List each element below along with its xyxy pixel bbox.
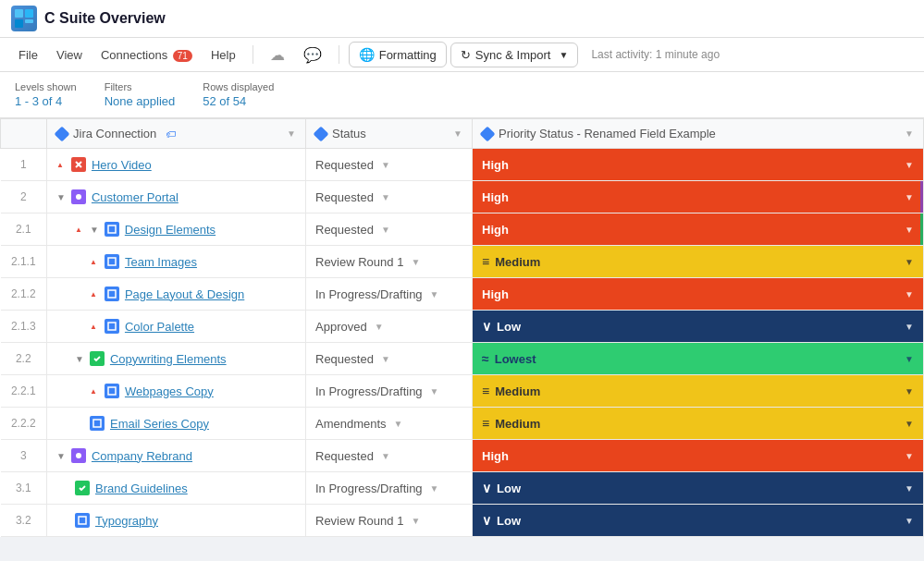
menu-view[interactable]: View <box>49 44 90 66</box>
status-caret-icon[interactable]: ▼ <box>394 419 403 429</box>
status-caret-icon[interactable]: ▼ <box>381 451 390 461</box>
row-name-cell: ▲Color Palette <box>47 311 306 343</box>
row-priority-cell: ∨Low▼ <box>473 505 924 537</box>
priority-caret-icon[interactable]: ▼ <box>905 483 914 494</box>
priority-value[interactable]: ≈Lowest▼ <box>473 343 923 374</box>
item-name-link[interactable]: Page Layout & Design <box>125 287 244 301</box>
row-num-cell: 1 <box>1 149 47 181</box>
row-priority-cell: ≡Medium▼ <box>473 375 924 408</box>
expand-arrow-icon[interactable]: ▼ <box>56 192 66 202</box>
priority-value[interactable]: ∨Low▼ <box>473 311 923 342</box>
item-name-link[interactable]: Copywriting Elements <box>110 352 227 366</box>
row-num-cell: 2.1.3 <box>1 311 47 343</box>
item-name-link[interactable]: Company Rebrand <box>92 449 192 463</box>
jira-tag-icon: 🏷 <box>166 128 176 140</box>
status-caret-icon[interactable]: ▼ <box>430 483 439 494</box>
info-bar: Levels shown 1 - 3 of 4 Filters None app… <box>0 72 924 118</box>
priority-caret-icon[interactable]: ▼ <box>905 257 914 267</box>
cloud-icon[interactable]: ☁ <box>263 43 292 67</box>
purple-bar-indicator <box>920 181 923 213</box>
priority-caret-icon[interactable]: ▼ <box>905 516 914 526</box>
item-type-icon <box>90 416 105 431</box>
status-caret-icon[interactable]: ▼ <box>381 192 390 202</box>
last-activity: Last activity: 1 minute ago <box>591 48 720 61</box>
status-caret-icon[interactable]: ▼ <box>381 354 390 364</box>
priority-value[interactable]: ≡Medium▼ <box>473 246 923 277</box>
priority-value[interactable]: High▼ <box>473 181 923 213</box>
priority-caret-icon[interactable]: ▼ <box>905 354 914 364</box>
status-caret-icon[interactable]: ▼ <box>375 322 384 332</box>
priority-caret-icon[interactable]: ▼ <box>905 419 914 429</box>
item-name-link[interactable]: Design Elements <box>125 223 216 237</box>
status-caret-icon[interactable]: ▼ <box>430 386 439 396</box>
priority-caret-icon[interactable]: ▼ <box>905 192 914 202</box>
expand-arrow-icon[interactable]: ▼ <box>75 354 84 364</box>
formatting-button[interactable]: 🌐 Formatting <box>349 42 447 67</box>
jira-col-icon <box>55 126 70 141</box>
status-caret-icon[interactable]: ▼ <box>411 257 420 267</box>
priority-caret-icon[interactable]: ▼ <box>905 289 914 299</box>
item-name-link[interactable]: Customer Portal <box>92 190 179 204</box>
connections-badge: 71 <box>173 50 192 62</box>
levels-value[interactable]: 1 - 3 of 4 <box>15 94 62 108</box>
status-text: In Progress/Drafting <box>315 482 423 495</box>
priority-value[interactable]: ∨Low▼ <box>473 472 923 504</box>
chat-icon[interactable]: 💬 <box>296 43 329 67</box>
row-priority-cell: ≡Medium▼ <box>473 408 924 440</box>
item-name-link[interactable]: Brand Guidelines <box>95 482 188 495</box>
expand-arrow-icon[interactable]: ▼ <box>90 225 99 235</box>
row-num-cell: 2.2.1 <box>1 375 47 408</box>
menu-separator-1 <box>253 45 253 64</box>
item-name-link[interactable]: Hero Video <box>92 158 152 172</box>
priority-col-filter-icon[interactable]: ▼ <box>905 128 914 139</box>
row-num-cell: 2 <box>1 181 47 213</box>
item-name-link[interactable]: Color Palette <box>125 320 194 334</box>
title-bar: C Suite Overview <box>0 0 924 38</box>
priority-value[interactable]: High▼ <box>473 278 923 310</box>
svg-rect-1 <box>25 9 33 18</box>
status-caret-icon[interactable]: ▼ <box>411 516 420 526</box>
status-text: In Progress/Drafting <box>315 384 423 398</box>
priority-text: Lowest <box>495 352 536 366</box>
item-name-link[interactable]: Email Series Copy <box>110 417 209 431</box>
status-text: Requested <box>315 223 374 237</box>
item-type-icon <box>90 351 105 366</box>
status-text: Requested <box>315 158 374 172</box>
red-flag-icon: ▲ <box>90 258 97 266</box>
status-col-filter-icon[interactable]: ▼ <box>453 128 462 139</box>
status-caret-icon[interactable]: ▼ <box>381 225 390 235</box>
status-caret-icon[interactable]: ▼ <box>430 289 439 299</box>
table-body: 1▲Hero VideoRequested▼High▼2▼Customer Po… <box>1 149 924 537</box>
item-name-link[interactable]: Typography <box>95 514 158 528</box>
menu-connections[interactable]: Connections 71 <box>93 44 200 66</box>
status-text: Requested <box>315 190 374 204</box>
table-row: 1▲Hero VideoRequested▼High▼ <box>1 149 924 181</box>
priority-caret-icon[interactable]: ▼ <box>905 225 914 235</box>
priority-text: High <box>482 449 509 463</box>
filters-value[interactable]: None applied <box>105 94 176 108</box>
jira-col-filter-icon[interactable]: ▼ <box>287 128 296 139</box>
item-name-link[interactable]: Webpages Copy <box>125 384 214 398</box>
priority-caret-icon[interactable]: ▼ <box>905 451 914 461</box>
row-num-cell: 2.1 <box>1 213 47 246</box>
item-name-link[interactable]: Team Images <box>125 255 197 269</box>
menu-file[interactable]: File <box>11 44 45 66</box>
priority-value[interactable]: High▼ <box>473 440 923 471</box>
priority-caret-icon[interactable]: ▼ <box>905 322 914 332</box>
red-flag-icon: ▲ <box>90 323 97 331</box>
priority-text: Medium <box>495 255 540 269</box>
priority-caret-icon[interactable]: ▼ <box>905 386 914 396</box>
priority-value[interactable]: ≡Medium▼ <box>473 408 923 439</box>
priority-level-icon: ∨ <box>482 319 491 334</box>
status-caret-icon[interactable]: ▼ <box>381 160 390 170</box>
expand-arrow-icon[interactable]: ▼ <box>56 451 66 461</box>
rows-value[interactable]: 52 of 54 <box>203 94 246 108</box>
priority-value[interactable]: ≡Medium▼ <box>473 375 923 407</box>
priority-value[interactable]: ∨Low▼ <box>473 505 923 536</box>
priority-value[interactable]: High▼ <box>473 149 923 180</box>
table-row: 3.2TypographyReview Round 1▼∨Low▼ <box>1 505 924 537</box>
priority-value[interactable]: High▼ <box>473 213 923 245</box>
priority-caret-icon[interactable]: ▼ <box>905 160 914 170</box>
menu-help[interactable]: Help <box>203 44 243 66</box>
sync-import-button[interactable]: ↻ Sync & Import ▼ <box>450 43 579 67</box>
